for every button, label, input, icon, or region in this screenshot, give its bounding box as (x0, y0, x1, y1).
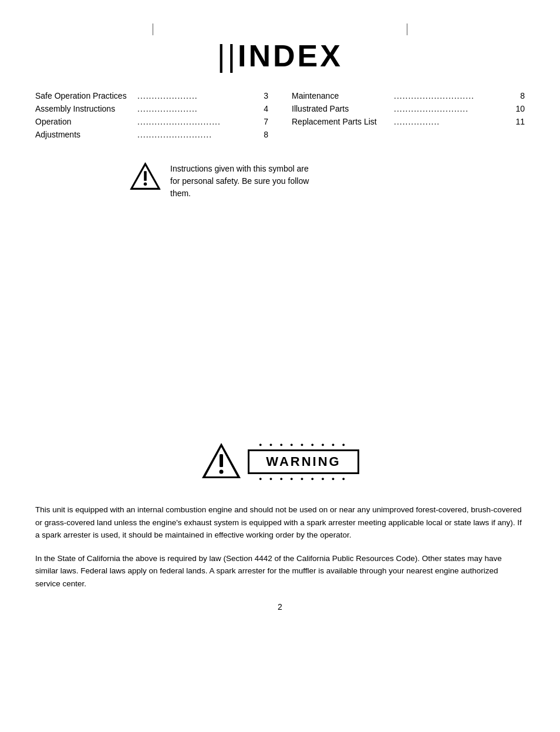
toc-page: 8 (513, 91, 525, 100)
page-title-section: ||INDEX (35, 38, 525, 73)
svg-point-11 (220, 470, 224, 474)
toc-item-illustrated-parts: Illustrated Parts ......................… (292, 104, 525, 113)
toc-dots: .......................... (137, 130, 252, 139)
toc-label: Operation (35, 117, 135, 126)
toc-item-replacement-parts: Replacement Parts List ................ … (292, 117, 525, 126)
toc-page: 11 (513, 117, 525, 126)
toc-page: 10 (513, 104, 525, 113)
svg-rect-4 (144, 171, 147, 181)
title-pipe: || (217, 39, 238, 73)
toc-item-maintenance: Maintenance ............................… (292, 91, 525, 100)
svg-rect-10 (220, 454, 223, 467)
toc-dots: .......................... (394, 104, 508, 113)
toc-dots: ..................... (137, 104, 252, 113)
warning-badge-container: ● ● ● ● ● ● ● ● ● WARNING ● ● ● ● ● ● ● … (248, 435, 359, 489)
safety-symbol-text: Instructions given with this symbol are … (170, 160, 309, 200)
badge-dots-bottom: ● ● ● ● ● ● ● ● ● (248, 476, 359, 482)
badge-dots-top: ● ● ● ● ● ● ● ● ● (248, 442, 359, 448)
toc-item-adjustments: Adjustments .......................... 8 (35, 130, 268, 139)
toc-label: Safe Operation Practices (35, 91, 135, 100)
toc-left-column: Safe Operation Practices ...............… (35, 91, 280, 143)
toc-item-assembly: Assembly Instructions ..................… (35, 104, 268, 113)
safety-text-line2: for personal safety. Be sure you follow (170, 175, 309, 187)
toc-item-safe-operation: Safe Operation Practices ...............… (35, 91, 268, 100)
warning-triangle-large-icon (201, 441, 242, 482)
toc-label: Adjustments (35, 130, 135, 139)
warning-triangle-icon (129, 160, 161, 193)
table-of-contents: Safe Operation Practices ...............… (35, 91, 525, 143)
content-spacer (35, 211, 525, 435)
toc-label: Maintenance (292, 91, 392, 100)
toc-dots: ............................. (137, 117, 252, 126)
toc-label: Assembly Instructions (35, 104, 135, 113)
svg-point-5 (144, 183, 147, 186)
toc-page: 7 (257, 117, 268, 126)
warning-badge: WARNING (248, 449, 359, 474)
page-title: ||INDEX (35, 38, 525, 73)
toc-label: Illustrated Parts (292, 104, 392, 113)
toc-dots: ..................... (137, 91, 252, 100)
divider-right (407, 23, 407, 35)
toc-page: 4 (257, 104, 268, 113)
warning-badge-text: WARNING (266, 454, 340, 469)
toc-dots: ................ (394, 117, 508, 126)
body-paragraph-2: In the State of California the above is … (35, 552, 525, 590)
toc-item-operation: Operation ............................. … (35, 117, 268, 126)
toc-page: 8 (257, 130, 268, 139)
page-number: 2 (35, 602, 525, 612)
toc-dots: ............................ (394, 91, 508, 100)
divider-left (153, 23, 153, 35)
top-dividers (35, 23, 525, 35)
body-paragraph-1: This unit is equipped with an internal c… (35, 503, 525, 542)
toc-right-column: Maintenance ............................… (280, 91, 525, 143)
safety-symbol-section: Instructions given with this symbol are … (129, 160, 525, 200)
toc-page: 3 (257, 91, 268, 100)
safety-text-line3: them. (170, 187, 309, 200)
warning-badge-section: ● ● ● ● ● ● ● ● ● WARNING ● ● ● ● ● ● ● … (35, 435, 525, 489)
safety-text-line1: Instructions given with this symbol are (170, 163, 309, 175)
toc-label: Replacement Parts List (292, 117, 392, 126)
